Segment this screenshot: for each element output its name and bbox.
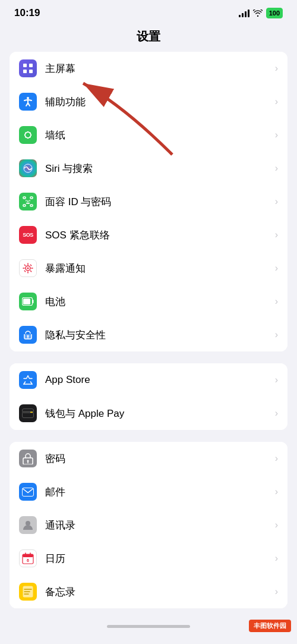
battery-indicator: 100 — [266, 8, 283, 18]
wifi-icon — [253, 10, 263, 17]
svg-text:6: 6 — [27, 558, 29, 563]
svg-rect-43 — [23, 554, 33, 557]
svg-point-11 — [25, 132, 26, 133]
row-calendar[interactable]: 6 日历 › — [10, 542, 287, 575]
wallpaper-label: 墙纸 — [45, 128, 270, 142]
notes-label: 备忘录 — [45, 585, 270, 599]
mail-icon — [19, 483, 37, 501]
svg-point-9 — [24, 134, 26, 136]
row-accessibility[interactable]: 辅助功能 › — [10, 85, 287, 118]
status-time: 10:19 — [14, 7, 40, 19]
svg-point-7 — [27, 131, 29, 133]
svg-rect-32 — [33, 300, 34, 303]
appstore-label: App Store — [45, 374, 270, 386]
row-privacy[interactable]: 隐私与安全性 › — [10, 318, 287, 351]
svg-rect-17 — [30, 197, 33, 199]
row-siri[interactable]: Siri 与搜索 › — [10, 152, 287, 185]
svg-rect-16 — [23, 197, 26, 199]
row-mail[interactable]: 邮件 › — [10, 475, 287, 508]
page-title-bar: 设置 — [0, 24, 297, 52]
row-appstore[interactable]: App Store › — [10, 363, 287, 397]
row-wallet[interactable]: 钱包与 Apple Pay › — [10, 397, 287, 430]
contacts-label: 通讯录 — [45, 519, 270, 532]
svg-rect-3 — [23, 70, 27, 73]
row-passwords[interactable]: 密码 › — [10, 442, 287, 475]
svg-rect-36 — [30, 412, 33, 413]
svg-rect-31 — [23, 299, 30, 304]
notes-icon — [19, 583, 37, 601]
row-battery[interactable]: 电池 › — [10, 285, 287, 318]
privacy-icon — [19, 326, 37, 344]
settings-group-2: App Store › 钱包与 Apple Pay › — [10, 363, 287, 430]
svg-rect-1 — [23, 64, 27, 67]
siri-label: Siri 与搜索 — [45, 162, 270, 175]
row-wallpaper[interactable]: 墙纸 › — [10, 118, 287, 152]
passwords-label: 密码 — [45, 452, 270, 466]
passwords-chevron: › — [275, 453, 278, 464]
faceid-chevron: › — [275, 196, 278, 207]
sos-chevron: › — [275, 230, 278, 240]
mail-label: 邮件 — [45, 485, 270, 499]
faceid-icon — [19, 193, 37, 211]
calendar-label: 日历 — [45, 552, 270, 566]
page-title: 设置 — [137, 30, 160, 43]
svg-rect-2 — [29, 64, 33, 67]
svg-rect-19 — [30, 205, 33, 206]
passwords-icon — [19, 450, 37, 467]
accessibility-icon — [19, 93, 37, 111]
svg-line-26 — [24, 265, 25, 265]
exposure-chevron: › — [275, 263, 278, 274]
calendar-icon: 6 — [19, 549, 37, 567]
appstore-icon — [19, 371, 37, 389]
accessibility-chevron: › — [275, 96, 278, 107]
wallet-icon — [19, 404, 37, 422]
svg-point-8 — [27, 137, 29, 139]
contacts-chevron: › — [275, 520, 278, 530]
row-exposure[interactable]: 暴露通知 › — [10, 252, 287, 285]
watermark: 丰图软件园 — [249, 620, 291, 632]
row-sos[interactable]: SOS SOS 紧急联络 › — [10, 218, 287, 252]
mail-chevron: › — [275, 486, 278, 497]
row-contacts[interactable]: 通讯录 › — [10, 508, 287, 542]
battery-label: 电池 — [45, 295, 270, 309]
row-notes[interactable]: 备忘录 › — [10, 575, 287, 608]
row-faceid[interactable]: 面容 ID 与密码 › — [10, 185, 287, 218]
svg-point-5 — [27, 97, 29, 99]
svg-point-10 — [30, 134, 31, 136]
home-screen-label: 主屏幕 — [45, 62, 270, 76]
home-bar — [107, 625, 190, 628]
svg-line-28 — [30, 265, 31, 265]
wallpaper-icon — [19, 126, 37, 144]
settings-group-3: 密码 › 邮件 › 通讯录 › 6 — [10, 442, 287, 608]
faceid-label: 面容 ID 与密码 — [45, 195, 270, 209]
svg-point-21 — [27, 268, 29, 269]
svg-rect-18 — [23, 205, 26, 206]
home-screen-chevron: › — [275, 63, 278, 74]
sos-label: SOS 紧急联络 — [45, 228, 270, 242]
svg-point-12 — [29, 132, 30, 133]
appstore-chevron: › — [275, 375, 278, 385]
status-bar: 10:19 100 — [0, 0, 297, 24]
svg-line-27 — [30, 271, 31, 271]
privacy-chevron: › — [275, 329, 278, 340]
battery-chevron: › — [275, 296, 278, 307]
row-home-screen[interactable]: 主屏幕 › — [10, 52, 287, 85]
svg-point-13 — [25, 136, 26, 137]
settings-group-1: 主屏幕 › 辅助功能 › — [10, 52, 287, 351]
calendar-chevron: › — [275, 553, 278, 564]
status-icons: 100 — [239, 8, 283, 18]
notes-chevron: › — [275, 586, 278, 597]
wallet-chevron: › — [275, 408, 278, 419]
wallet-label: 钱包与 Apple Pay — [45, 407, 270, 420]
privacy-label: 隐私与安全性 — [45, 328, 270, 342]
svg-point-41 — [26, 521, 30, 526]
sos-icon: SOS — [19, 226, 37, 244]
contacts-icon — [19, 516, 37, 534]
siri-chevron: › — [275, 163, 278, 174]
svg-line-29 — [24, 271, 25, 271]
battery-level: 100 — [269, 10, 280, 17]
accessibility-label: 辅助功能 — [45, 95, 270, 109]
siri-icon — [19, 159, 37, 177]
home-screen-icon — [19, 59, 37, 77]
exposure-icon — [19, 259, 37, 277]
